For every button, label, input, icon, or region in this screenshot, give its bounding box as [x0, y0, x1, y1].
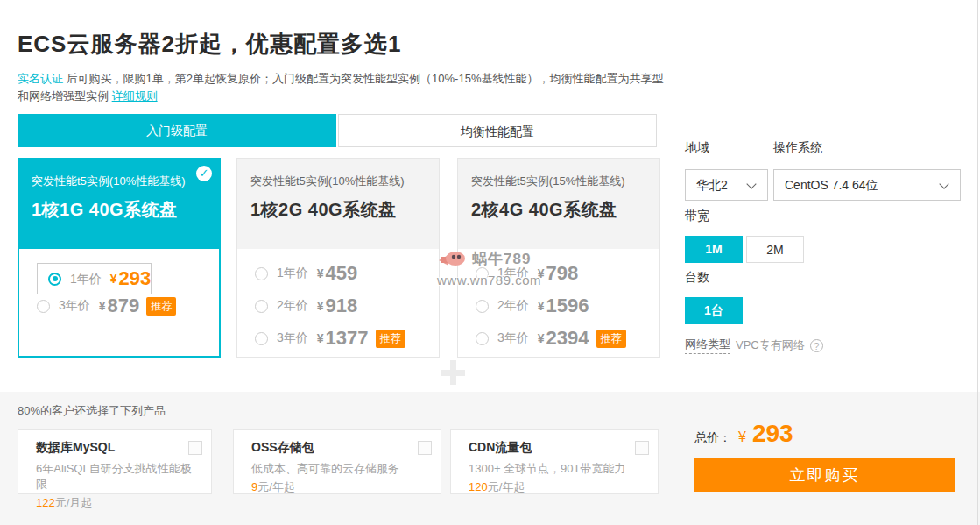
product-card-list: 数据库MySQL 6年AliSQL自研分支挑战性能极限 122元/月起 OSS存…: [18, 429, 659, 494]
network-type-value: VPC专有网络: [736, 337, 805, 353]
page-edge-divider: [977, 0, 978, 525]
radio-icon[interactable]: [37, 300, 50, 313]
radio-icon[interactable]: [476, 267, 489, 280]
plan-card-header: ✓ 突发性能t5实例(10%性能基线) 1核1G 40G系统盘: [19, 160, 219, 249]
plan-title: 1核2G 40G系统盘: [250, 198, 427, 222]
yen-symbol: ¥: [538, 331, 545, 345]
price-option-3year[interactable]: 3年价 ¥ 879 推荐: [37, 295, 219, 316]
network-type-label: 网络类型: [685, 337, 730, 354]
region-select[interactable]: 华北2: [685, 169, 768, 201]
product-price: 9元/年起: [251, 479, 428, 495]
radio-icon[interactable]: [255, 332, 268, 345]
chevron-down-icon: [939, 179, 948, 188]
tab-balanced-performance[interactable]: 均衡性能配置: [338, 114, 657, 147]
plan-card-1c1g[interactable]: ✓ 突发性能t5实例(10%性能基线) 1核1G 40G系统盘 1年价 ¥ 29…: [18, 158, 221, 358]
total-price-row: 总价： ¥ 293: [694, 420, 793, 448]
os-select[interactable]: CentOS 7.4 64位: [773, 169, 961, 201]
recommend-badge: 推荐: [376, 330, 405, 348]
yen-symbol: ¥: [317, 331, 324, 345]
radio-icon[interactable]: [255, 267, 268, 280]
count-option-1[interactable]: 1台: [685, 297, 743, 324]
recommend-badge: 推荐: [596, 330, 626, 348]
network-type-row: 网络类型 VPC专有网络 ?: [685, 337, 823, 354]
price-option-2year[interactable]: 2年价 ¥ 918: [255, 295, 439, 316]
plan-card-list: ✓ 突发性能t5实例(10%性能基线) 1核1G 40G系统盘 1年价 ¥ 29…: [18, 158, 660, 358]
os-label: 操作系统: [773, 140, 822, 156]
region-label: 地域: [685, 140, 709, 156]
purchase-notice: 实名认证 后可购买，限购1单，第2单起恢复原价；入门级配置为突发性能型实例（10…: [18, 70, 670, 105]
product-card-oss[interactable]: OSS存储包 低成本、高可靠的云存储服务 9元/年起: [233, 429, 441, 494]
ecs-promo-page: ECS云服务器2折起，优惠配置多选1 实名认证 后可购买，限购1单，第2单起恢复…: [0, 0, 980, 525]
plan-card-1c2g[interactable]: 突发性能t5实例(10%性能基线) 1核2G 40G系统盘 1年价 ¥ 459 …: [236, 158, 440, 358]
chevron-down-icon: [746, 179, 756, 188]
plan-subtitle: 突发性能t5实例(15%性能基线): [471, 174, 647, 189]
product-checkbox[interactable]: [635, 441, 649, 455]
plan-title: 2核4G 40G系统盘: [471, 198, 647, 222]
price-option-1year[interactable]: 1年价 ¥ 293: [37, 263, 152, 294]
product-desc: 6年AliSQL自研分支挑战性能极限: [36, 461, 199, 493]
price-value: 918: [326, 294, 358, 317]
radio-icon[interactable]: [255, 300, 268, 313]
product-desc: 低成本、高可靠的云存储服务: [251, 461, 428, 477]
help-icon[interactable]: ?: [810, 339, 823, 352]
yen-symbol: ¥: [538, 299, 545, 313]
product-price: 120元/年起: [469, 479, 645, 495]
plus-icon: [441, 360, 465, 385]
recommend-section: 80%的客户还选择了下列产品 数据库MySQL 6年AliSQL自研分支挑战性能…: [0, 392, 980, 525]
price-option-2year[interactable]: 2年价 ¥ 1596: [476, 295, 659, 316]
product-title: CDN流量包: [469, 440, 645, 456]
count-label: 台数: [685, 270, 709, 286]
bandwidth-option-2m[interactable]: 2M: [746, 236, 804, 263]
page-title: ECS云服务器2折起，优惠配置多选1: [18, 29, 401, 60]
radio-icon[interactable]: [476, 332, 489, 345]
price-option-1year[interactable]: 1年价 ¥ 459: [255, 263, 439, 284]
plan-title: 1核1G 40G系统盘: [32, 198, 207, 222]
plan-price-options: 1年价 ¥ 293 2年价 ¥ 586 3年价 ¥ 879 推荐: [19, 249, 219, 316]
price-value: 1377: [326, 327, 369, 350]
product-desc: 1300+ 全球节点，90T带宽能力: [469, 461, 645, 477]
tab-entry-level[interactable]: 入门级配置: [18, 114, 336, 147]
price-value: 2394: [546, 327, 589, 350]
plan-price-options: 1年价 ¥ 459 2年价 ¥ 918 3年价 ¥ 1377 推荐: [237, 249, 439, 349]
recommend-badge: 推荐: [146, 297, 176, 316]
plan-subtitle: 突发性能t5实例(10%性能基线): [250, 174, 427, 189]
total-currency: ¥: [738, 429, 746, 445]
realname-auth-link[interactable]: 实名认证: [18, 72, 63, 85]
yen-symbol: ¥: [110, 264, 117, 294]
product-checkbox[interactable]: [418, 441, 432, 455]
yen-symbol: ¥: [538, 266, 545, 280]
total-label: 总价：: [694, 430, 731, 446]
detail-rules-link[interactable]: 详细规则: [112, 89, 158, 103]
config-tabs: 入门级配置 均衡性能配置: [18, 114, 657, 147]
product-title: OSS存储包: [251, 440, 428, 456]
product-card-cdn[interactable]: CDN流量包 1300+ 全球节点，90T带宽能力 120元/年起: [450, 429, 659, 494]
bandwidth-option-1m[interactable]: 1M: [685, 236, 743, 263]
plan-subtitle: 突发性能t5实例(10%性能基线): [32, 174, 207, 189]
buy-now-button[interactable]: 立即购买: [694, 458, 955, 492]
plan-card-header: 突发性能t5实例(10%性能基线) 1核2G 40G系统盘: [237, 159, 439, 249]
selected-check-icon: ✓: [196, 166, 212, 181]
product-checkbox[interactable]: [188, 441, 202, 455]
yen-symbol: ¥: [99, 299, 106, 313]
radio-selected-icon[interactable]: [48, 273, 61, 286]
price-option-3year[interactable]: 3年价 ¥ 2394 推荐: [476, 328, 659, 349]
recommend-heading: 80%的客户还选择了下列产品: [18, 403, 166, 419]
plan-price-options: 1年价 ¥ 798 2年价 ¥ 1596 3年价 ¥ 2394 推荐: [458, 249, 659, 349]
price-value: 879: [108, 294, 140, 317]
price-option-3year[interactable]: 3年价 ¥ 1377 推荐: [255, 328, 439, 349]
plan-card-2c4g[interactable]: 突发性能t5实例(15%性能基线) 2核4G 40G系统盘 1年价 ¥ 798 …: [457, 158, 660, 358]
config-panel: 地域 操作系统 华北2 CentOS 7.4 64位 带宽 1M 2M 台数 1…: [685, 136, 965, 355]
radio-icon[interactable]: [476, 300, 489, 313]
plan-card-header: 突发性能t5实例(15%性能基线) 2核4G 40G系统盘: [458, 159, 659, 249]
total-value: 293: [752, 420, 793, 448]
price-value: 1596: [546, 294, 589, 317]
yen-symbol: ¥: [317, 299, 324, 313]
price-value: 293: [119, 264, 152, 294]
yen-symbol: ¥: [317, 266, 324, 280]
product-card-mysql[interactable]: 数据库MySQL 6年AliSQL自研分支挑战性能极限 122元/月起: [18, 429, 212, 494]
price-value: 798: [546, 262, 579, 285]
product-title: 数据库MySQL: [36, 440, 199, 456]
price-option-1year[interactable]: 1年价 ¥ 798: [476, 263, 659, 284]
price-value: 459: [326, 262, 358, 285]
bandwidth-label: 带宽: [685, 209, 709, 224]
